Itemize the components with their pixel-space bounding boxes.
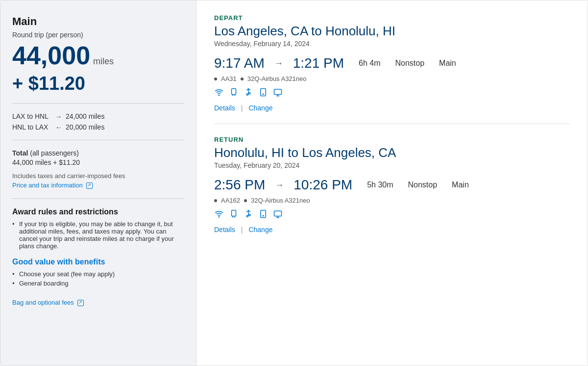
- main-container: Main Round trip (per person) 44,000 mile…: [0, 0, 588, 366]
- dot-icon-4: [244, 199, 247, 202]
- svg-rect-15: [246, 215, 248, 217]
- bag-fees-section: Bag and optional fees: [12, 297, 184, 307]
- depart-aircraft: 32Q-Airbus A321neo: [247, 75, 307, 82]
- flight-divider: [214, 124, 570, 124]
- svg-rect-8: [274, 89, 282, 95]
- total-label: Total (all passengers): [12, 149, 184, 157]
- return-wifi-icon: [214, 209, 224, 219]
- route-row-return: HNL to LAX ← 20,000 miles: [12, 123, 184, 131]
- return-aircraft: 32Q-Airbus A321neo: [251, 197, 310, 204]
- price-tax-link[interactable]: Price and tax information: [12, 182, 93, 189]
- depart-flight-number: AA31: [221, 75, 237, 82]
- award-title: Award rules and restrictions: [12, 208, 184, 216]
- svg-rect-4: [246, 94, 248, 95]
- return-flight-arrow-icon: →: [275, 180, 284, 190]
- return-label: RETURN: [214, 136, 570, 143]
- depart-amenities: [214, 87, 570, 97]
- return-change-link[interactable]: Change: [248, 226, 272, 234]
- depart-date: Wednesday, February 14, 2024: [214, 40, 570, 48]
- svg-rect-5: [249, 93, 250, 94]
- award-rule-item: If your trip is eligible, you may be abl…: [12, 220, 184, 250]
- return-duration: 5h 30m: [367, 181, 393, 189]
- power-icon: [229, 87, 239, 97]
- return-arrow-icon: ←: [55, 124, 62, 131]
- depart-change-link[interactable]: Change: [248, 104, 272, 112]
- flight-arrow-icon: →: [274, 58, 283, 69]
- dot-icon-2: [241, 78, 244, 80]
- return-cabin: Main: [452, 181, 469, 189]
- return-details-link[interactable]: Details: [214, 226, 235, 234]
- phone-icon: [258, 87, 268, 97]
- right-panel: DEPART Los Angeles, CA to Honolulu, HI W…: [196, 0, 588, 366]
- action-separator: |: [241, 104, 243, 112]
- outbound-route-label: LAX to HNL: [12, 112, 51, 120]
- return-info-row: AA162 32Q-Airbus A321neo: [214, 197, 570, 204]
- return-route-label: HNL to LAX: [12, 123, 51, 131]
- total-value: 44,000 miles + $11.20: [12, 158, 184, 166]
- return-tv-icon: [273, 209, 283, 219]
- wifi-icon: [214, 87, 224, 97]
- return-actions: Details | Change: [214, 226, 570, 234]
- svg-rect-1: [232, 89, 236, 95]
- depart-details-link[interactable]: Details: [214, 104, 235, 112]
- return-nonstop: Nonstop: [408, 181, 438, 189]
- depart-nonstop: Nonstop: [395, 59, 424, 68]
- divider-3: [12, 198, 184, 199]
- route-row-outbound: LAX to HNL → 24,000 miles: [12, 112, 184, 120]
- award-section: Award rules and restrictions If your tri…: [12, 208, 184, 250]
- return-route: Honolulu, HI to Los Angeles, CA: [214, 145, 570, 160]
- depart-label: DEPART: [214, 14, 570, 22]
- tax-amount: + $11.20: [12, 73, 184, 94]
- miles-unit: miles: [93, 56, 114, 67]
- return-amenities: [214, 209, 570, 219]
- benefit-item-boarding: General boarding: [12, 280, 184, 287]
- depart-duration: 6h 4m: [359, 59, 380, 68]
- svg-point-0: [219, 95, 220, 96]
- divider-2: [12, 140, 184, 140]
- svg-rect-16: [249, 214, 250, 216]
- depart-info-row: AA31 32Q-Airbus A321neo: [214, 75, 570, 82]
- tv-icon: [273, 87, 283, 97]
- depart-route: Los Angeles, CA to Honolulu, HI: [214, 24, 570, 39]
- return-usb-icon: [244, 209, 253, 219]
- benefits-list: Choose your seat (fee may apply) General…: [12, 270, 184, 287]
- bag-fees-external-icon: [77, 300, 84, 306]
- return-times: 2:56 PM → 10:26 PM 5h 30m Nonstop Main: [214, 177, 570, 193]
- usb-icon: [244, 87, 253, 97]
- outbound-arrow-icon: →: [55, 113, 62, 120]
- svg-rect-19: [274, 211, 282, 216]
- round-trip-label: Round trip (per person): [12, 31, 184, 39]
- panel-title: Main: [12, 15, 184, 28]
- svg-point-18: [263, 215, 264, 216]
- depart-actions: Details | Change: [214, 104, 570, 112]
- bag-fees-link[interactable]: Bag and optional fees: [12, 299, 84, 306]
- return-flight-number: AA162: [221, 197, 240, 204]
- left-panel: Main Round trip (per person) 44,000 mile…: [0, 0, 196, 366]
- total-section: Total (all passengers) 44,000 miles + $1…: [12, 149, 184, 166]
- depart-section: DEPART Los Angeles, CA to Honolulu, HI W…: [214, 14, 570, 112]
- return-miles: 20,000 miles: [66, 123, 104, 131]
- depart-cabin: Main: [439, 59, 456, 68]
- svg-point-11: [219, 216, 220, 217]
- good-value-title: Good value with benefits: [12, 258, 184, 266]
- return-date: Tuesday, February 20, 2024: [214, 161, 570, 169]
- dot-icon-3: [214, 199, 217, 202]
- svg-point-7: [263, 94, 264, 95]
- return-depart-time: 2:56 PM: [214, 177, 265, 193]
- return-power-icon: [229, 209, 239, 219]
- arrive-time: 1:21 PM: [293, 55, 344, 71]
- return-section: RETURN Honolulu, HI to Los Angeles, CA T…: [214, 136, 570, 234]
- external-link-icon: [86, 183, 93, 189]
- return-phone-icon: [258, 209, 268, 219]
- svg-rect-12: [232, 210, 236, 216]
- depart-times: 9:17 AM → 1:21 PM 6h 4m Nonstop Main: [214, 55, 570, 71]
- divider-1: [12, 103, 184, 104]
- dot-icon: [214, 78, 217, 80]
- outbound-miles: 24,000 miles: [66, 112, 104, 120]
- return-action-separator: |: [241, 226, 243, 234]
- benefit-item-seat: Choose your seat (fee may apply): [12, 270, 184, 278]
- tax-note: Includes taxes and carrier-imposed fees: [12, 172, 184, 180]
- miles-amount: 44,000: [12, 43, 90, 68]
- depart-time: 9:17 AM: [214, 55, 265, 71]
- award-rules-list: If your trip is eligible, you may be abl…: [12, 220, 184, 250]
